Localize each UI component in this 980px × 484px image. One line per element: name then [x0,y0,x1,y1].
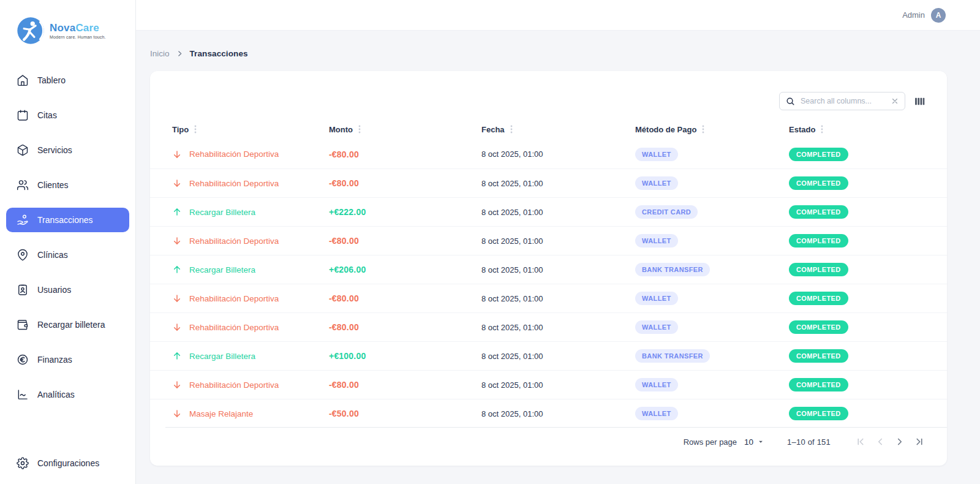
arrow-up-icon [172,207,182,217]
transaction-amount: -€80.00 [329,293,481,303]
sidebar-item-clinicas[interactable]: Clínicas [6,243,129,267]
arrow-down-icon [172,322,182,332]
sidebar-item-analiticas[interactable]: Analíticas [6,382,129,407]
column-menu-icon[interactable] [194,125,197,134]
table-row: Recargar Billetera+€222.008 oct 2025, 01… [150,197,947,226]
column-menu-icon[interactable] [358,125,361,134]
transaction-type: Masaje Relajante [172,409,329,418]
payment-method-badge: WALLET [635,378,678,391]
payment-method-badge: WALLET [635,292,678,305]
calendar-icon [17,109,29,121]
breadcrumb-home[interactable]: Inicio [150,49,170,58]
table-toolbar [150,71,947,119]
transaction-date: 8 oct 2025, 01:00 [481,149,635,159]
table-row: Masaje Relajante-€50.008 oct 2025, 01:00… [150,399,947,428]
gear-icon [17,457,29,469]
sidebar-item-citas[interactable]: Citas [6,103,129,127]
column-header-label: Método de Pago [635,125,696,134]
clear-search-icon[interactable] [891,97,899,105]
transaction-date: 8 oct 2025, 01:00 [481,380,635,390]
column-menu-icon[interactable] [702,125,704,134]
rows-per-page-label: Rows per page [684,437,737,447]
table-row: Rehabilitación Deportiva-€80.008 oct 202… [150,140,947,168]
table-row: Rehabilitación Deportiva-€80.008 oct 202… [150,168,947,197]
id-badge-icon [17,284,29,296]
transaction-type: Rehabilitación Deportiva [172,149,329,159]
table-row: Rehabilitación Deportiva-€80.008 oct 202… [150,284,947,312]
arrow-down-icon [172,178,182,188]
transaction-date: 8 oct 2025, 01:00 [481,179,635,188]
main-area: Admin A Inicio Transacciones [136,0,980,484]
sidebar-item-label: Clínicas [37,250,68,260]
breadcrumb: Inicio Transacciones [150,48,947,59]
column-header[interactable]: Fecha [481,125,635,134]
sidebar-item-finanzas[interactable]: Finanzas [6,347,129,372]
sidebar-item-label: Configuraciones [37,458,99,468]
status-badge: COMPLETED [789,320,848,334]
caret-down-icon [756,437,765,446]
sidebar-item-clientes[interactable]: Clientes [6,173,129,197]
hand-coin-icon [17,214,29,226]
arrow-down-icon [172,236,182,246]
sidebar-item-label: Servicios [37,145,72,155]
sidebar-item-servicios[interactable]: Servicios [6,138,129,162]
transaction-amount: -€80.00 [329,149,481,159]
sidebar-item-label: Recargar billetera [37,320,105,330]
box-icon [17,144,29,156]
table-row: Recargar Billetera+€100.008 oct 2025, 01… [150,341,947,370]
column-header-label: Estado [789,125,815,134]
transaction-type: Rehabilitación Deportiva [172,293,329,303]
wallet-icon [17,319,29,331]
search-icon [786,97,795,106]
transaction-type: Rehabilitación Deportiva [172,178,329,188]
arrow-down-icon [172,293,182,303]
table-row: Recargar Billetera+€206.008 oct 2025, 01… [150,255,947,284]
payment-method-badge: WALLET [635,148,678,161]
next-page-button[interactable] [894,436,905,447]
column-header[interactable]: Método de Pago [635,125,789,134]
avatar[interactable]: A [931,8,946,23]
sidebar-item-label: Citas [37,110,57,120]
rows-per-page-select[interactable]: 10 [744,437,765,447]
sidebar-item-usuarios[interactable]: Usuarios [6,278,129,302]
brand-name-primary: Nova [50,22,75,34]
sidebar-nav: TableroCitasServiciosClientesTransaccion… [0,62,135,451]
column-menu-icon[interactable] [821,125,823,134]
transaction-amount: -€80.00 [329,380,481,390]
sidebar-item-label: Tablero [37,75,66,85]
rows-per-page-value: 10 [744,437,753,447]
transaction-date: 8 oct 2025, 01:00 [481,294,635,303]
status-badge: COMPLETED [789,176,848,190]
brand-name-secondary: Care [75,22,99,34]
transaction-date: 8 oct 2025, 01:00 [481,265,635,274]
content: Inicio Transacciones [136,31,980,466]
payment-method-badge: BANK TRANSFER [635,349,710,363]
sidebar-item-transacciones[interactable]: Transacciones [6,208,129,232]
topbar: Admin A [136,0,980,31]
search-input[interactable] [799,96,886,106]
transaction-date: 8 oct 2025, 01:00 [481,409,635,418]
column-header[interactable]: Estado [789,125,925,134]
first-page-button[interactable] [855,436,866,447]
column-header[interactable]: Monto [329,125,481,134]
sidebar-item-tablero[interactable]: Tablero [6,68,129,93]
sidebar-item-recargar-billetera[interactable]: Recargar billetera [6,312,129,337]
sidebar-item-configuraciones[interactable]: Configuraciones [6,451,129,475]
sidebar-item-label: Finanzas [37,355,72,365]
transaction-amount: +€222.00 [329,207,481,217]
column-menu-icon[interactable] [510,125,513,134]
search-box [779,92,905,110]
arrow-up-icon [172,351,182,361]
column-settings-icon[interactable] [914,96,925,107]
transaction-date: 8 oct 2025, 01:00 [481,352,635,361]
transaction-type: Recargar Billetera [172,351,329,361]
transaction-amount: -€80.00 [329,236,481,246]
app-root: NovaCare Modern care. Human touch. Table… [0,0,980,484]
transaction-amount: +€206.00 [329,265,481,274]
column-header[interactable]: Tipo [172,125,329,134]
last-page-button[interactable] [914,436,925,447]
breadcrumb-current: Transacciones [190,49,248,58]
status-badge: COMPLETED [789,205,848,219]
logo[interactable]: NovaCare Modern care. Human touch. [0,0,135,53]
previous-page-button[interactable] [875,436,886,447]
